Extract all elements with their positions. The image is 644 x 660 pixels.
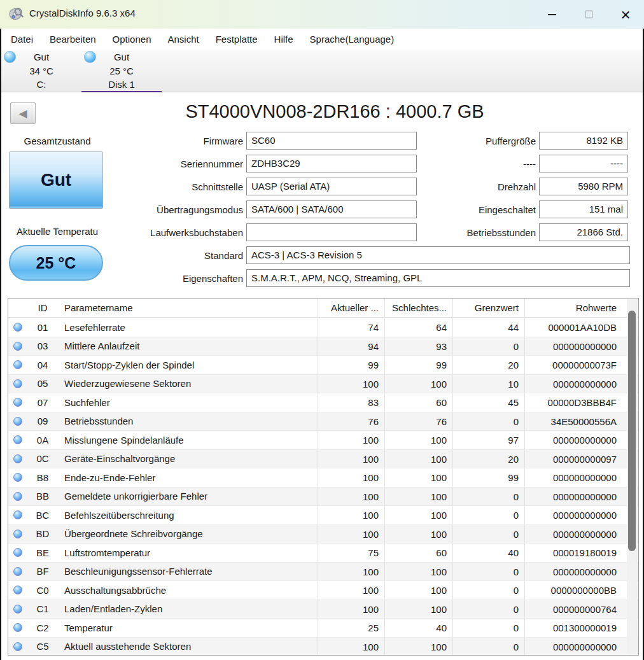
table-row[interactable]: C0 Ausschaltungsabbrüche 100 100 0 00000… (8, 581, 638, 600)
row-status-cell (8, 600, 27, 619)
row-current-value: 100 (318, 600, 384, 619)
table-row[interactable]: 0C Geräte-Einschaltvorgänge 100 100 20 0… (8, 450, 638, 469)
row-raw-value: 000019180019 (524, 544, 627, 562)
info-fields-mid: Firmware SC60 Seriennummer ZDHB3C29 Schn… (1, 132, 417, 246)
row-id: BD (27, 528, 58, 539)
row-raw-value: 000000000000 (524, 337, 627, 356)
row-current-value: 25 (318, 619, 384, 637)
row-worst-value: 100 (384, 431, 452, 449)
row-parameter-name: Befehlszeitüberschreitung (58, 510, 318, 521)
menu-item[interactable]: Festplatte (207, 29, 266, 50)
info-field-label: Firmware (1, 136, 243, 146)
row-id: C1 (27, 603, 58, 614)
row-id: BC (27, 510, 58, 521)
back-button[interactable]: ◀ (10, 102, 36, 124)
row-raw-value: 000001AA10DB (524, 318, 627, 337)
menu-item[interactable]: Ansicht (159, 29, 207, 50)
row-parameter-name: Laden/Entladen-Zyklen (58, 603, 318, 614)
info-field-label: Puffergröße (431, 136, 536, 146)
row-raw-value: 000000000000 (524, 488, 627, 506)
row-current-value: 99 (318, 356, 384, 374)
row-parameter-name: Suchfehler (58, 397, 318, 408)
table-row[interactable]: 05 Wiederzugewiesene Sektoren 100 100 10… (8, 375, 638, 394)
tab-health-status: Gut (1, 50, 81, 64)
table-row[interactable]: 09 Betriebsstunden 76 76 0 34E50000556A (8, 412, 638, 432)
info-field-label: Übertragungsmodus (1, 204, 243, 215)
table-row[interactable]: BF Beschleunigungssensor-Fehlerrate 100 … (8, 563, 638, 582)
blue-status-dot-icon (13, 510, 22, 519)
row-threshold-value: 0 (452, 506, 524, 524)
info-field-value: 21866 Std. (539, 223, 628, 241)
row-id: B8 (27, 472, 58, 483)
row-parameter-name: Wiederzugewiesene Sektoren (58, 378, 318, 389)
col-header-current[interactable]: Aktueller ... (318, 298, 384, 317)
info-field-value: 5980 RPM (539, 178, 628, 195)
row-current-value: 75 (318, 544, 384, 562)
info-field-row: Eingeschaltet 151 mal (431, 200, 628, 218)
menu-item[interactable]: Sprache(Language) (302, 29, 403, 50)
minimize-button[interactable] (533, 0, 570, 29)
info-field-row: ---- ---- (431, 155, 628, 172)
table-row[interactable]: BC Befehlszeitüberschreitung 100 100 0 0… (8, 506, 638, 525)
row-worst-value: 100 (384, 638, 452, 656)
row-threshold-value: 10 (452, 375, 524, 393)
col-header-threshold[interactable]: Grenzwert (452, 298, 524, 317)
row-current-value: 100 (318, 468, 384, 487)
row-raw-value: 000000000000 (524, 563, 627, 581)
table-row[interactable]: 0A Misslungene Spindelanläufe 100 100 97… (8, 431, 638, 450)
table-row[interactable]: BD Übergeordnete Schreibvorgänge 100 100… (8, 525, 638, 544)
row-worst-value: 100 (384, 450, 452, 468)
table-scrollbar[interactable] (627, 299, 638, 654)
maximize-button[interactable] (570, 0, 607, 29)
row-raw-value: 34E50000556A (524, 412, 627, 431)
col-header-status[interactable] (8, 298, 27, 317)
row-id: 0C (27, 453, 58, 464)
row-parameter-name: Ausschaltungsabbrüche (58, 585, 318, 596)
row-id: 0A (27, 435, 58, 446)
col-header-id[interactable]: ID (27, 302, 58, 313)
row-threshold-value: 20 (452, 356, 524, 374)
row-raw-value: 000000000097 (524, 450, 627, 468)
disk-tab[interactable]: Gut 25 °C Disk 1 (81, 50, 162, 92)
row-current-value: 100 (318, 525, 384, 544)
scrollbar-thumb[interactable] (628, 311, 636, 551)
minimize-icon (548, 14, 556, 15)
table-row[interactable]: BE Luftstromtemperatur 75 60 40 00001918… (8, 544, 638, 563)
row-raw-value: 000000000000 (524, 431, 627, 449)
col-header-worst[interactable]: Schlechtes... (384, 298, 452, 317)
row-current-value: 83 (318, 393, 384, 412)
col-header-name[interactable]: Parametername (58, 302, 318, 313)
row-status-cell (8, 337, 27, 356)
close-button[interactable]: × (607, 0, 644, 29)
info-field-label: Eigenschaften (1, 273, 243, 284)
disk-tabstrip: Gut 34 °C C: Gut 25 °C Disk 1 (1, 50, 643, 92)
row-status-cell (8, 581, 27, 600)
menu-item[interactable]: Hilfe (266, 29, 302, 50)
info-field-row: Laufwerksbuchstaben (1, 223, 417, 241)
row-status-cell (8, 525, 27, 544)
table-row[interactable]: C5 Aktuell ausstehende Sektoren 100 100 … (8, 638, 638, 656)
table-row[interactable]: BB Gemeldete unkorrigierbare Fehler 100 … (8, 488, 638, 507)
table-row[interactable]: C2 Temperatur 25 40 0 001300000019 (8, 619, 638, 638)
row-parameter-name: Mittlere Anlaufzeit (58, 341, 318, 351)
table-row[interactable]: 07 Suchfehler 83 60 45 00000D3BBB4F (8, 393, 638, 412)
table-row[interactable]: B8 Ende-zu-Ende-Fehler 100 100 99 000000… (8, 468, 638, 488)
table-row[interactable]: 04 Start/Stopp-Zyklen der Spindel 99 99 … (8, 356, 638, 375)
row-parameter-name: Ende-zu-Ende-Fehler (58, 472, 318, 483)
col-header-raw[interactable]: Rohwerte (524, 298, 627, 317)
row-threshold-value: 0 (452, 488, 524, 506)
row-parameter-name: Aktuell ausstehende Sektoren (58, 641, 318, 652)
row-threshold-value: 40 (452, 544, 524, 562)
menu-item[interactable]: Datei (3, 29, 41, 50)
table-row[interactable]: 01 Lesefehlerrate 74 64 44 000001AA10DB (8, 318, 638, 337)
menu-item[interactable]: Bearbeiten (41, 29, 104, 50)
row-id: C5 (27, 641, 58, 652)
row-parameter-name: Geräte-Einschaltvorgänge (58, 453, 318, 464)
menu-item[interactable]: Optionen (104, 29, 160, 50)
row-worst-value: 60 (384, 544, 452, 562)
table-row[interactable]: 03 Mittlere Anlaufzeit 94 93 0 000000000… (8, 337, 638, 356)
app-icon (8, 6, 24, 22)
row-raw-value: 000000000000 (524, 468, 627, 487)
table-row[interactable]: C1 Laden/Entladen-Zyklen 100 100 0 00000… (8, 600, 638, 619)
disk-tab[interactable]: Gut 34 °C C: (1, 50, 81, 92)
